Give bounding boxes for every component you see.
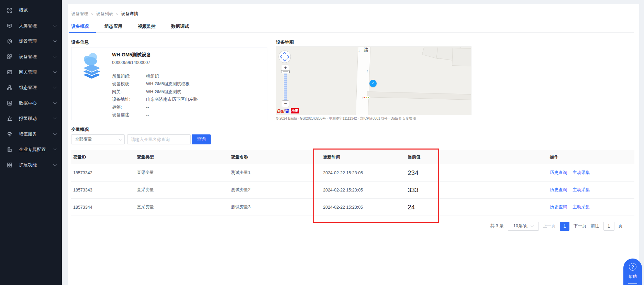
- breadcrumb-item[interactable]: 设备列表: [96, 11, 113, 17]
- goto-unit-label: 页: [619, 223, 623, 229]
- device-name: WH-GM5测试设备: [112, 52, 151, 58]
- sidebar-item-value-added[interactable]: 增值服务: [0, 126, 62, 142]
- history-query-link[interactable]: 历史查询: [550, 170, 567, 176]
- tab-device-overview[interactable]: 设备概况: [71, 22, 89, 32]
- zoom-slider-track[interactable]: [284, 74, 287, 100]
- chevron-down-icon: [53, 23, 57, 27]
- sidebar: 概览 大屏管理 场景管理 设备管理 网关管理: [0, 0, 62, 285]
- device-stack-icon: [80, 51, 104, 81]
- overview-icon: [7, 8, 12, 13]
- pagination-total: 共 3 条: [490, 223, 504, 229]
- device-field-row: 设备地址:山东省济南市历下区山左路: [112, 96, 264, 104]
- col-header-variable-id: 变量ID: [73, 154, 137, 160]
- history-query-link[interactable]: 历史查询: [550, 187, 567, 193]
- sidebar-item-scene-mgmt[interactable]: 场景管理: [0, 33, 62, 49]
- road-arrow-down-icon: ↓: [358, 48, 360, 52]
- manual-collect-link[interactable]: 主动采集: [573, 170, 590, 176]
- breadcrumb: 设备管理 > 设备列表 > 设备详情: [71, 11, 138, 17]
- device-fields: 所属组织:根组织 设备模板:WH-GM5组态测试模板 网关:WH-GM5组态测试…: [112, 73, 264, 119]
- table-header-row: 变量ID 变量类型 变量名称 更新时间 当前值 操作: [71, 150, 634, 164]
- goto-label: 前往: [591, 223, 599, 229]
- sidebar-item-config-mgmt[interactable]: 组态管理: [0, 80, 62, 95]
- sidebar-item-enterprise-config[interactable]: 企业专属配置: [0, 142, 62, 157]
- chevron-down-icon: [53, 147, 57, 151]
- manual-collect-link[interactable]: 主动采集: [573, 204, 590, 210]
- divider: [112, 69, 263, 69]
- breadcrumb-separator: >: [91, 12, 93, 16]
- page-number-button[interactable]: 1: [560, 222, 569, 231]
- alarm-icon: [7, 116, 12, 121]
- field-value: --: [146, 105, 149, 110]
- chevron-down-icon: [53, 116, 57, 120]
- baidu-logo: Bai 地图: [277, 108, 299, 114]
- cell-variable-id: 18573344: [73, 205, 137, 210]
- field-value: 山东省济南市历下区山左路: [146, 97, 198, 102]
- cell-variable-name: 测试变量3: [231, 204, 323, 210]
- sidebar-item-device-mgmt[interactable]: 设备管理: [0, 49, 62, 64]
- tab-config-app[interactable]: 组态应用: [104, 22, 122, 32]
- map-marker-icon[interactable]: ✓: [369, 80, 377, 87]
- help-widget[interactable]: ? 帮助: [623, 259, 642, 285]
- device-field-row: 网关:WH-GM5组态测试: [112, 88, 264, 96]
- map-pan-control[interactable]: [278, 50, 291, 65]
- sidebar-item-screen-mgmt[interactable]: 大屏管理: [0, 18, 62, 33]
- cell-actions: 历史查询 主动采集: [550, 204, 634, 210]
- help-label: 帮助: [629, 274, 637, 279]
- field-label: 设备地址:: [112, 97, 146, 102]
- screen-icon: [7, 23, 12, 29]
- field-label: 设备描述:: [112, 112, 146, 118]
- map-canvas[interactable]: 路 ↓ ↑ ✓ +: [276, 46, 471, 115]
- device-icon: [7, 54, 12, 59]
- field-label: 所属组织:: [112, 74, 146, 79]
- select-value: 全部变量: [75, 136, 92, 142]
- sidebar-item-label: 报警联动: [19, 116, 37, 122]
- device-field-row: 设备模板:WH-GM5组态测试模板: [112, 80, 264, 88]
- main-panel: 设备管理 > 设备列表 > 设备详情 设备概况 组态应用 视频监控 数据调试 设…: [68, 4, 639, 285]
- goto-page-input[interactable]: [603, 222, 614, 231]
- scene-icon: [7, 39, 12, 44]
- sidebar-item-overview[interactable]: 概览: [0, 2, 62, 18]
- cell-current-value: 333: [408, 186, 550, 194]
- road-arrow-up-icon: ↑: [366, 69, 368, 73]
- chevron-down-icon: [531, 224, 534, 227]
- history-query-link[interactable]: 历史查询: [550, 204, 567, 210]
- tab-data-debug[interactable]: 数据调试: [171, 22, 189, 32]
- map-road-label: 路: [364, 47, 369, 53]
- sidebar-item-extensions[interactable]: 扩展功能: [0, 157, 62, 173]
- sidebar-item-label: 设备管理: [19, 54, 37, 60]
- device-info-title: 设备信息: [71, 39, 89, 45]
- next-page-button[interactable]: 下一页: [574, 223, 587, 229]
- map-building: [452, 48, 471, 66]
- traffic-light-icon: [362, 96, 370, 99]
- pagination: 共 3 条 10条/页 上一页 1 下一页 前往 页: [490, 221, 623, 231]
- field-label: 网关:: [112, 89, 146, 95]
- sidebar-item-alarm-linkage[interactable]: 报警联动: [0, 111, 62, 126]
- manual-collect-link[interactable]: 主动采集: [573, 187, 590, 193]
- grid-icon: [7, 162, 12, 168]
- page-size-select[interactable]: 10条/页: [508, 222, 539, 231]
- variables-title: 变量概况: [71, 127, 89, 133]
- zoom-slider-handle[interactable]: [281, 70, 290, 73]
- cell-actions: 历史查询 主动采集: [550, 187, 634, 193]
- building-icon: [7, 147, 12, 152]
- chevron-down-icon: [53, 85, 57, 89]
- tab-video-monitor[interactable]: 视频监控: [138, 22, 156, 32]
- field-label: 标签:: [112, 105, 146, 110]
- variables-table: 变量ID 变量类型 变量名称 更新时间 当前值 操作 18573342 直采变量…: [71, 150, 634, 216]
- variable-search-input[interactable]: [127, 134, 191, 144]
- col-header-update-time: 更新时间: [323, 154, 408, 160]
- table-row: 18573342 直采变量 测试变量1 2024-02-22 15:23:05 …: [71, 164, 634, 182]
- chevron-down-icon: [119, 137, 122, 141]
- variable-type-select[interactable]: 全部变量: [71, 134, 125, 144]
- query-button[interactable]: 查询: [192, 134, 211, 144]
- cell-variable-name: 测试变量2: [231, 187, 323, 193]
- cell-update-time: 2024-02-22 15:23:05: [323, 205, 408, 210]
- prev-page-button[interactable]: 上一页: [543, 223, 556, 229]
- breadcrumb-item[interactable]: 设备管理: [71, 11, 88, 17]
- sidebar-item-label: 数据中心: [19, 100, 37, 106]
- sidebar-item-data-center[interactable]: 数据中心: [0, 95, 62, 111]
- sidebar-item-gateway-mgmt[interactable]: 网关管理: [0, 64, 62, 80]
- page: 概览 大屏管理 场景管理 设备管理 网关管理: [0, 0, 644, 285]
- zoom-out-button[interactable]: −: [282, 100, 289, 107]
- cell-current-value: 234: [408, 169, 550, 177]
